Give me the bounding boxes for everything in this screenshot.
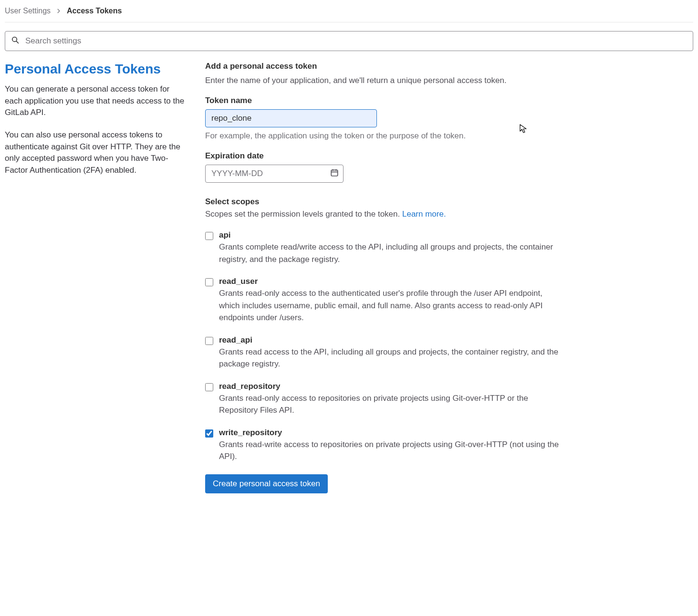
breadcrumb-parent[interactable]: User Settings [5,7,51,15]
scope-desc: Grants complete read/write access to the… [219,241,561,265]
scope-item-read_api: read_apiGrants read access to the API, i… [205,335,561,370]
scope-body: read_repositoryGrants read-only access t… [219,382,561,417]
form-subheading: Enter the name of your application, and … [205,76,561,85]
intro-para-1: You can generate a personal access token… [5,84,186,119]
intro-para-2: You can also use personal access tokens … [5,129,186,177]
search-icon [11,36,19,46]
token-name-input[interactable] [205,109,377,127]
scope-checkbox-read_user[interactable] [205,278,213,286]
scope-name: read_user [219,277,561,286]
scope-name: api [219,230,561,240]
search-input[interactable] [5,31,693,51]
scope-desc: Grants read-write access to repositories… [219,439,561,463]
scope-body: read_userGrants read-only access to the … [219,277,561,324]
token-name-label: Token name [205,96,561,105]
form-heading: Add a personal access token [205,62,561,71]
scope-name: write_repository [219,428,561,438]
create-token-button[interactable]: Create personal access token [205,474,328,493]
scope-checkbox-write_repository[interactable] [205,429,213,438]
chevron-right-icon [56,7,61,15]
scopes-sub-prefix: Scopes set the permission levels granted… [205,209,402,219]
scope-desc: Grants read-only access to repositories … [219,392,561,417]
breadcrumb: User Settings Access Tokens [5,5,693,22]
left-column: Personal Access Tokens You can generate … [5,62,186,493]
scopes-subtext: Scopes set the permission levels granted… [205,209,561,219]
svg-rect-0 [331,170,338,176]
scope-checkbox-api[interactable] [205,232,213,240]
expiration-input[interactable] [205,165,344,183]
scope-item-write_repository: write_repositoryGrants read-write access… [205,428,561,463]
calendar-icon[interactable] [330,168,339,179]
scope-body: apiGrants complete read/write access to … [219,230,561,265]
scope-body: read_apiGrants read access to the API, i… [219,335,561,370]
form-column: Add a personal access token Enter the na… [205,62,561,493]
scope-item-read_repository: read_repositoryGrants read-only access t… [205,382,561,417]
scope-desc: Grants read access to the API, including… [219,346,561,370]
learn-more-link[interactable]: Learn more. [402,209,446,219]
breadcrumb-current: Access Tokens [67,7,122,15]
scope-item-api: apiGrants complete read/write access to … [205,230,561,265]
scope-checkbox-read_repository[interactable] [205,383,213,391]
page-title: Personal Access Tokens [5,62,186,77]
expiration-label: Expiration date [205,151,561,161]
token-name-help: For example, the application using the t… [205,131,561,141]
scope-item-read_user: read_userGrants read-only access to the … [205,277,561,324]
scopes-heading: Select scopes [205,197,561,207]
scope-name: read_api [219,335,561,345]
scope-desc: Grants read-only access to the authentic… [219,287,561,324]
scopes-list: apiGrants complete read/write access to … [205,230,561,463]
search-container [5,31,693,51]
scope-body: write_repositoryGrants read-write access… [219,428,561,463]
scope-checkbox-read_api[interactable] [205,337,213,345]
scope-name: read_repository [219,382,561,391]
